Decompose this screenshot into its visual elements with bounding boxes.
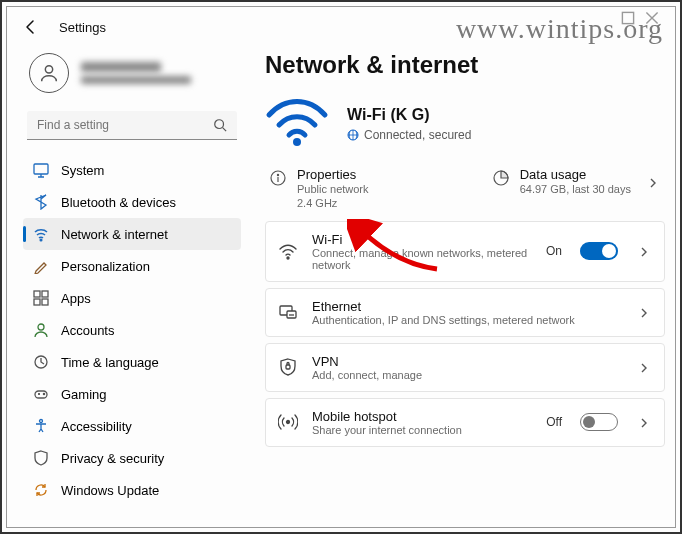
- info-icon: [269, 169, 287, 187]
- wifi-large-icon: [265, 97, 329, 151]
- wifi-icon: [278, 241, 298, 261]
- network-hero: Wi-Fi (K G) Connected, secured: [265, 97, 665, 151]
- card-vpn[interactable]: VPNAdd, connect, manage: [265, 343, 665, 392]
- back-button[interactable]: [21, 17, 41, 37]
- search-input[interactable]: [27, 111, 237, 140]
- chevron-right-icon: [638, 415, 652, 429]
- svg-point-19: [287, 257, 289, 259]
- hotspot-state-label: Off: [546, 415, 562, 429]
- svg-rect-6: [42, 291, 48, 297]
- sidebar-item-label: Accessibility: [61, 419, 132, 434]
- svg-rect-5: [34, 291, 40, 297]
- properties-heading: Properties: [297, 167, 369, 182]
- data-usage-heading: Data usage: [520, 167, 631, 182]
- sidebar-item-label: Accounts: [61, 323, 114, 338]
- sidebar-item-privacy[interactable]: Privacy & security: [23, 442, 241, 474]
- wifi-toggle[interactable]: [580, 242, 618, 260]
- data-usage-block[interactable]: Data usage 64.97 GB, last 30 days: [492, 167, 661, 196]
- svg-rect-3: [34, 164, 48, 174]
- card-heading: Mobile hotspot: [312, 409, 532, 424]
- sidebar-item-apps[interactable]: Apps: [23, 282, 241, 314]
- sidebar-item-update[interactable]: Windows Update: [23, 474, 241, 506]
- sidebar-item-label: Time & language: [61, 355, 159, 370]
- chevron-right-icon: [638, 360, 652, 374]
- privacy-icon: [33, 450, 49, 466]
- properties-block[interactable]: Properties Public network 2.4 GHz: [269, 167, 482, 211]
- svg-point-13: [40, 420, 43, 423]
- properties-sub2: 2.4 GHz: [297, 196, 369, 210]
- avatar-icon: [29, 53, 69, 93]
- sidebar-item-system[interactable]: System: [23, 154, 241, 186]
- update-icon: [33, 482, 49, 498]
- data-usage-sub: 64.97 GB, last 30 days: [520, 182, 631, 196]
- sidebar-item-label: Network & internet: [61, 227, 168, 242]
- svg-point-4: [40, 239, 42, 241]
- globe-icon: [347, 129, 359, 141]
- sidebar-item-gaming[interactable]: Gaming: [23, 378, 241, 410]
- chevron-right-icon: [638, 244, 652, 258]
- sidebar-item-label: Personalization: [61, 259, 150, 274]
- svg-rect-11: [35, 391, 47, 398]
- sidebar-item-label: Windows Update: [61, 483, 159, 498]
- card-sub: Authentication, IP and DNS settings, met…: [312, 314, 618, 326]
- card-hotspot[interactable]: Mobile hotspotShare your internet connec…: [265, 398, 665, 447]
- sidebar-item-time[interactable]: Time & language: [23, 346, 241, 378]
- chevron-right-icon: [638, 305, 652, 319]
- search-icon: [213, 118, 227, 136]
- apps-icon: [33, 290, 49, 306]
- wifi-status: Connected, secured: [364, 128, 471, 142]
- hotspot-toggle[interactable]: [580, 413, 618, 431]
- page-title: Network & internet: [265, 51, 665, 79]
- wifi-state-label: On: [546, 244, 562, 258]
- search-box[interactable]: [27, 111, 237, 140]
- sidebar-item-label: Privacy & security: [61, 451, 164, 466]
- hotspot-icon: [278, 412, 298, 432]
- svg-rect-22: [286, 365, 290, 369]
- svg-point-1: [45, 66, 52, 73]
- card-heading: VPN: [312, 354, 618, 369]
- sidebar-item-accounts[interactable]: Accounts: [23, 314, 241, 346]
- accounts-icon: [33, 322, 49, 338]
- data-usage-icon: [492, 169, 510, 187]
- accessibility-icon: [33, 418, 49, 434]
- account-email: [81, 76, 191, 84]
- account-block[interactable]: [23, 47, 241, 107]
- account-name: [81, 62, 161, 72]
- sidebar-item-label: System: [61, 163, 104, 178]
- system-icon: [33, 162, 49, 178]
- personalization-icon: [33, 258, 49, 274]
- sidebar-item-network[interactable]: Network & internet: [23, 218, 241, 250]
- chevron-right-icon: [647, 175, 661, 189]
- sidebar-item-accessibility[interactable]: Accessibility: [23, 410, 241, 442]
- card-ethernet[interactable]: EthernetAuthentication, IP and DNS setti…: [265, 288, 665, 337]
- svg-rect-8: [42, 299, 48, 305]
- sidebar-item-bluetooth[interactable]: Bluetooth & devices: [23, 186, 241, 218]
- wifi-name: Wi-Fi (K G): [347, 106, 471, 124]
- svg-point-23: [287, 421, 290, 424]
- card-heading: Ethernet: [312, 299, 618, 314]
- card-heading: Wi-Fi: [312, 232, 532, 247]
- sidebar-item-personalization[interactable]: Personalization: [23, 250, 241, 282]
- gaming-icon: [33, 386, 49, 402]
- svg-point-17: [277, 174, 278, 175]
- sidebar-item-label: Bluetooth & devices: [61, 195, 176, 210]
- ethernet-icon: [278, 302, 298, 322]
- svg-point-2: [215, 120, 224, 129]
- card-sub: Add, connect, manage: [312, 369, 618, 381]
- properties-sub1: Public network: [297, 182, 369, 196]
- watermark: www.wintips.org: [456, 13, 663, 45]
- card-sub: Share your internet connection: [312, 424, 532, 436]
- svg-point-12: [43, 393, 44, 394]
- svg-point-14: [293, 138, 301, 146]
- svg-rect-7: [34, 299, 40, 305]
- vpn-icon: [278, 357, 298, 377]
- card-wifi[interactable]: Wi-FiConnect, manage known networks, met…: [265, 221, 665, 282]
- app-title: Settings: [59, 20, 106, 35]
- card-sub: Connect, manage known networks, metered …: [312, 247, 532, 271]
- svg-point-9: [38, 324, 44, 330]
- network-icon: [33, 226, 49, 242]
- sidebar-item-label: Gaming: [61, 387, 107, 402]
- time-icon: [33, 354, 49, 370]
- sidebar-item-label: Apps: [61, 291, 91, 306]
- bluetooth-icon: [33, 194, 49, 210]
